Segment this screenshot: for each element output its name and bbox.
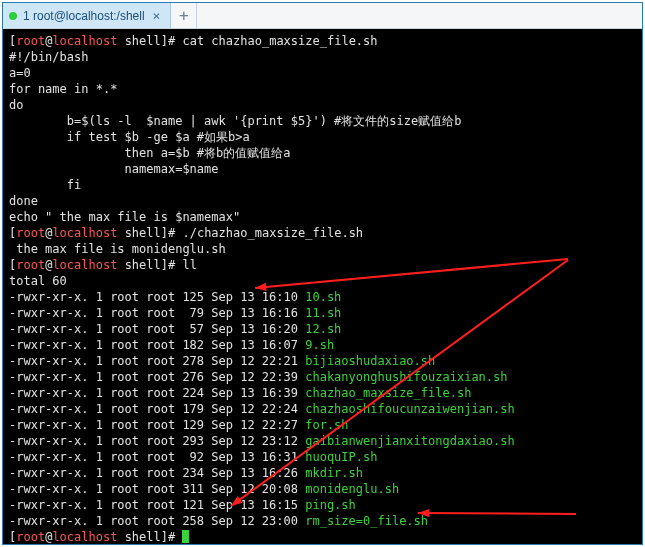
terminal[interactable]: [root@localhost shell]# cat chazhao_maxs… [3,29,642,544]
cursor [182,530,189,543]
app-window: 1 root@localhost:/shell × + [root@localh… [2,2,643,545]
tab-title: 1 root@localhost:/shell [23,9,145,23]
tab-status-led [9,12,17,20]
close-icon[interactable]: × [151,9,163,22]
tab-terminal-1[interactable]: 1 root@localhost:/shell × [3,3,171,28]
tab-bar: 1 root@localhost:/shell × + [3,3,642,29]
add-tab-button[interactable]: + [171,3,197,28]
